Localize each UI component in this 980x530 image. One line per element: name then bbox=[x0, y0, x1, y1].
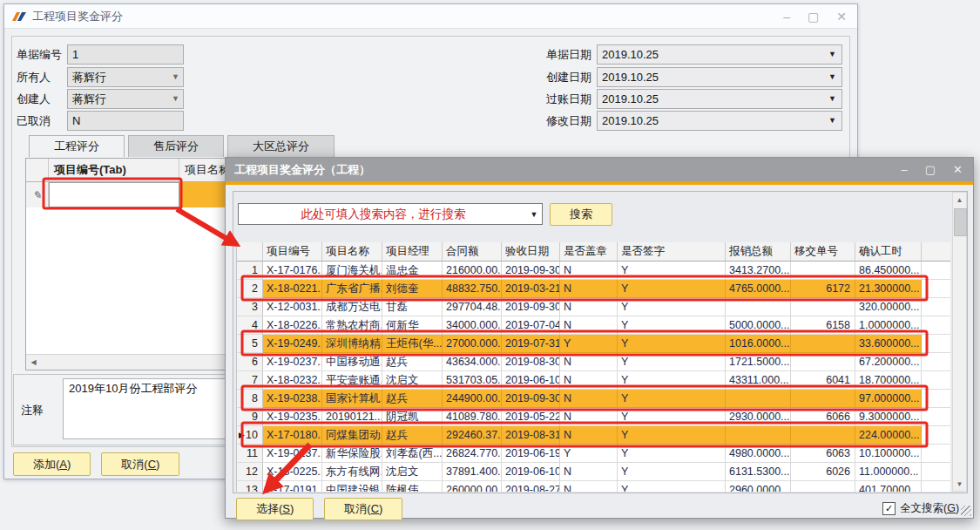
table-cell[interactable] bbox=[791, 335, 855, 353]
cancel-button[interactable]: 取消(C) bbox=[101, 452, 179, 476]
table-cell[interactable]: X-17-0191... bbox=[263, 481, 322, 492]
table-row[interactable]: 8X-19-0238...国家计算机...赵兵244900.00...2019-… bbox=[237, 390, 950, 408]
chevron-down-icon[interactable]: ▼ bbox=[828, 45, 836, 64]
project-no-edit-cell[interactable] bbox=[49, 182, 179, 207]
add-button[interactable]: 添加(A) bbox=[13, 452, 91, 476]
table-cell[interactable]: 厦门海关机... bbox=[322, 262, 382, 280]
table-cell[interactable]: 同煤集团动... bbox=[322, 426, 382, 445]
close-icon[interactable]: ✕ bbox=[836, 10, 847, 23]
scroll-up-icon[interactable]: ▲ bbox=[953, 193, 966, 207]
row-selector-cell[interactable]: ▶10 bbox=[237, 426, 263, 445]
table-cell[interactable]: 6063 bbox=[791, 445, 855, 463]
table-cell[interactable]: N bbox=[560, 408, 618, 426]
table-cell[interactable]: 1.0000000... bbox=[855, 316, 922, 335]
table-row[interactable]: 13X-17-0191...中国建设银...陈枫伟260000.00...201… bbox=[237, 481, 950, 492]
popup-minimize-icon[interactable]: – bbox=[902, 164, 908, 175]
table-cell[interactable]: X-19-0249... bbox=[263, 335, 322, 353]
table-cell[interactable]: Y bbox=[618, 262, 726, 280]
table-cell[interactable]: 6026 bbox=[791, 463, 855, 481]
table-cell[interactable]: 3413.2700... bbox=[726, 262, 791, 280]
table-cell[interactable]: 2019-08-27 bbox=[502, 481, 560, 492]
table-cell[interactable]: 新华保险股... bbox=[322, 445, 382, 463]
table-cell[interactable]: 5000.0000... bbox=[726, 316, 791, 335]
table-cell[interactable]: X-18-0232... bbox=[263, 371, 322, 390]
table-cell[interactable]: 刘德奎 bbox=[382, 280, 443, 298]
field-dropdown[interactable]: 蒋辉行▼ bbox=[67, 89, 184, 109]
row-selector-cell[interactable]: 3 bbox=[237, 298, 263, 316]
table-cell[interactable]: N bbox=[560, 481, 618, 492]
table-cell[interactable]: N bbox=[560, 280, 618, 298]
column-header[interactable]: 是否盖章 bbox=[560, 242, 618, 262]
table-row[interactable]: 11X-19-0237...新华保险股...刘孝磊(西...26824.770.… bbox=[237, 445, 950, 463]
table-cell[interactable]: 2019-09-30 bbox=[502, 262, 560, 280]
table-row[interactable]: 1X-17-0176...厦门海关机...温忠金216000.00...2019… bbox=[237, 262, 950, 280]
table-cell[interactable] bbox=[791, 426, 855, 445]
table-row[interactable]: 12X-18-0225...东方有线网...沈启文37891.400...201… bbox=[237, 463, 950, 481]
table-cell[interactable]: 244900.00... bbox=[443, 390, 502, 408]
table-cell[interactable]: 温忠金 bbox=[382, 262, 443, 280]
table-cell[interactable]: X-19-0237... bbox=[263, 353, 322, 371]
table-cell[interactable]: 10.100000... bbox=[855, 445, 922, 463]
column-header[interactable]: 报销总额 bbox=[726, 242, 791, 262]
table-cell[interactable]: 2019-09-30 bbox=[502, 298, 560, 316]
chevron-down-icon[interactable]: ▼ bbox=[828, 112, 836, 130]
table-cell[interactable] bbox=[791, 481, 855, 492]
table-cell[interactable]: 2019-08-30 bbox=[502, 353, 560, 371]
date-dropdown[interactable]: 2019.10.25▼ bbox=[597, 67, 842, 87]
table-cell[interactable]: 4980.0000... bbox=[726, 445, 791, 463]
table-cell[interactable]: 43311.000... bbox=[726, 371, 791, 390]
table-cell[interactable]: Y bbox=[618, 298, 726, 316]
table-cell[interactable]: 东方有线网... bbox=[322, 463, 382, 481]
table-cell[interactable]: 2019-06-19 bbox=[502, 445, 560, 463]
row-selector-cell[interactable]: 8 bbox=[237, 390, 263, 408]
table-cell[interactable]: 赵兵 bbox=[382, 426, 443, 445]
table-cell[interactable]: 34000.000... bbox=[443, 316, 502, 335]
table-cell[interactable]: N bbox=[560, 390, 618, 408]
table-cell[interactable]: 18.700000... bbox=[855, 371, 922, 390]
field-input[interactable]: N bbox=[67, 111, 184, 131]
fulltext-search-option[interactable]: ✓ 全文搜索(G) bbox=[882, 501, 959, 516]
table-cell[interactable]: N bbox=[560, 316, 618, 335]
table-cell[interactable]: 何新华 bbox=[382, 316, 443, 335]
table-cell[interactable]: Y bbox=[618, 445, 726, 463]
table-cell[interactable]: 6066 bbox=[791, 408, 855, 426]
table-cell[interactable]: 292460.37... bbox=[443, 426, 502, 445]
popup-close-icon[interactable]: ✕ bbox=[953, 164, 963, 175]
table-cell[interactable]: 1016.0000... bbox=[726, 335, 791, 353]
popup-maximize-icon[interactable]: ▢ bbox=[925, 164, 936, 175]
table-cell[interactable]: 6131.5300... bbox=[726, 463, 791, 481]
table-row[interactable]: 6X-19-0237...中国移动通...赵兵43634.000...2019-… bbox=[237, 353, 950, 371]
popup-vscrollbar[interactable]: ▲ ▼ bbox=[952, 192, 967, 492]
combo-dropdown-icon[interactable]: ▼ bbox=[526, 204, 542, 224]
field-dropdown[interactable]: 蒋辉行▼ bbox=[67, 67, 184, 87]
row-selector-cell[interactable]: 11 bbox=[237, 445, 263, 463]
chevron-down-icon[interactable]: ▼ bbox=[828, 90, 836, 108]
table-cell[interactable]: N bbox=[560, 262, 618, 280]
row-selector-cell[interactable]: 9 bbox=[237, 408, 263, 426]
chevron-down-icon[interactable]: ▼ bbox=[172, 90, 179, 108]
table-cell[interactable] bbox=[726, 298, 791, 316]
table-cell[interactable]: X-12-0031... bbox=[263, 298, 322, 316]
row-selector-cell[interactable]: 1 bbox=[237, 262, 263, 280]
table-cell[interactable]: 2019-08-31 bbox=[502, 426, 560, 445]
table-row[interactable]: 4X-18-0226...常熟农村商...何新华34000.000...2019… bbox=[237, 316, 950, 335]
table-cell[interactable] bbox=[791, 390, 855, 408]
chevron-down-icon[interactable]: ▼ bbox=[172, 68, 179, 86]
table-cell[interactable]: 2019-06-10 bbox=[502, 463, 560, 481]
resize-grip[interactable] bbox=[961, 506, 971, 516]
table-cell[interactable]: Y bbox=[560, 335, 618, 353]
table-cell[interactable]: 20190121... bbox=[322, 408, 382, 426]
column-header[interactable]: 验收日期 bbox=[502, 242, 560, 262]
table-cell[interactable]: 2019-07-04 bbox=[502, 316, 560, 335]
table-cell[interactable]: 2930.0000... bbox=[726, 408, 791, 426]
table-cell[interactable]: Y bbox=[618, 463, 726, 481]
row-selector-cell[interactable]: 7 bbox=[237, 371, 263, 390]
table-cell[interactable]: N bbox=[560, 426, 618, 445]
table-cell[interactable] bbox=[791, 353, 855, 371]
search-combo[interactable]: 此处可填入搜索内容，进行搜索 ▼ bbox=[238, 203, 543, 225]
column-header[interactable]: 是否签字 bbox=[618, 242, 726, 262]
table-cell[interactable]: X-19-0237... bbox=[263, 445, 322, 463]
table-row[interactable]: 5X-19-0249...深圳博纳精...王炬伟(华...27000.000..… bbox=[237, 335, 950, 353]
table-cell[interactable]: X-19-0238... bbox=[263, 390, 322, 408]
table-row[interactable]: 9X-19-0235...20190121...阴冠凯41089.780...2… bbox=[237, 408, 950, 426]
